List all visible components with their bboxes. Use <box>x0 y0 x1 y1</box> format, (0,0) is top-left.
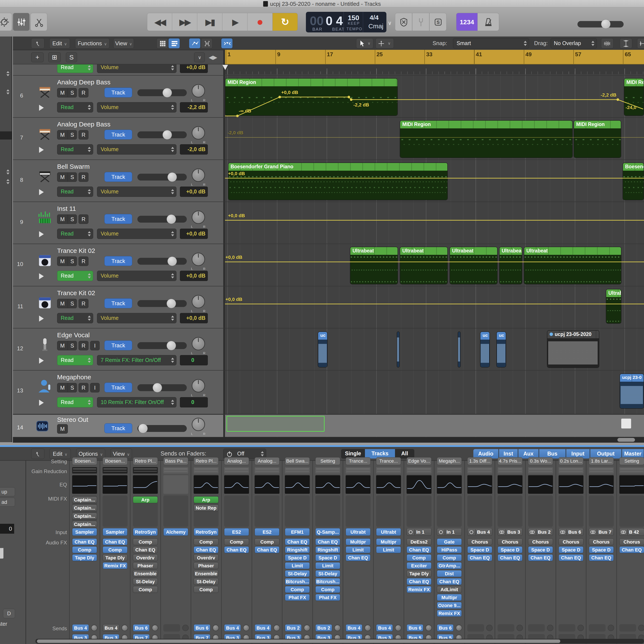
audio-fx-button[interactable]: Phaser <box>194 562 219 569</box>
volume-slider[interactable] <box>137 384 187 391</box>
strip-eq-thumbnail[interactable] <box>133 475 158 494</box>
count-in-button[interactable]: 1234 <box>456 13 478 31</box>
strip-eq-thumbnail[interactable] <box>619 475 644 494</box>
volume-slider[interactable] <box>137 174 187 181</box>
volume-slider-thumb[interactable] <box>167 172 177 182</box>
m-button[interactable]: M <box>57 88 68 97</box>
s-button[interactable]: S <box>68 88 77 97</box>
expand-icon[interactable] <box>39 231 44 237</box>
volume-slider[interactable] <box>137 425 187 432</box>
automation-param-dropdown[interactable]: Volume <box>97 313 176 323</box>
midi-fx-button[interactable]: Captain... <box>72 521 97 528</box>
send-knob[interactable] <box>304 625 310 631</box>
audio-fx-button[interactable]: Chan EQ <box>103 538 128 545</box>
automation-mode-dropdown[interactable]: Read <box>57 271 93 281</box>
audio-fx-button[interactable]: Remix FX <box>103 562 128 569</box>
mixer-button[interactable] <box>13 13 30 31</box>
audio-fx-button[interactable]: Chorus <box>559 538 583 545</box>
s-button[interactable]: S <box>68 172 77 182</box>
strip-input-button[interactable]: Ultrabt <box>346 528 371 536</box>
audio-fx-button[interactable]: Multipr <box>437 594 462 601</box>
strip-input-button[interactable]: Sampler <box>72 528 97 536</box>
audio-fx-button[interactable]: St-Delay <box>133 578 158 585</box>
strip-input-button[interactable]: RetroSyn <box>194 528 219 536</box>
automation-mode-dropdown[interactable]: Read <box>57 64 93 73</box>
flex-button[interactable] <box>201 38 213 49</box>
region-sliver[interactable] <box>458 331 461 368</box>
audio-fx-button[interactable]: Space D <box>589 546 614 553</box>
strip-eq-thumbnail[interactable] <box>498 475 522 494</box>
strip-setting-button[interactable]: Bass Pa... <box>163 457 188 465</box>
stereo-lane-square[interactable] <box>621 419 631 428</box>
read-button-cut[interactable]: ad <box>0 498 15 507</box>
strip-input-button[interactable]: Bus 6 <box>559 528 583 536</box>
strip-setting-button[interactable]: Setting <box>315 457 340 465</box>
track-onoff-button[interactable]: Track <box>104 88 132 97</box>
send-knob[interactable] <box>243 625 249 631</box>
track-onoff-button[interactable]: Track <box>104 214 132 224</box>
horizontal-zoom-button[interactable] <box>637 38 644 49</box>
audio-fx-button[interactable]: Space D <box>559 546 583 553</box>
audio-fx-button[interactable]: Exciter <box>407 562 431 569</box>
audio-fx-button[interactable]: Comp <box>407 554 431 561</box>
volume-slider-thumb[interactable] <box>167 341 176 350</box>
audio-fx-button[interactable]: Multipr <box>346 538 371 545</box>
strip-setting-button[interactable]: 1.8s Lar... <box>589 457 614 465</box>
strip-eq-thumbnail[interactable] <box>163 475 188 494</box>
audio-fx-button[interactable]: Chan EQ <box>407 546 431 553</box>
automation-mode-dropdown[interactable]: Read <box>57 144 93 155</box>
audio-fx-button[interactable]: Chan EQ <box>133 546 158 553</box>
strip-input-button[interactable]: Bus 2 <box>528 528 553 536</box>
audio-fx-button[interactable]: Limit <box>285 562 310 569</box>
audio-fx-button[interactable]: Chan EQ <box>528 554 553 561</box>
track-onoff-button[interactable]: Track <box>104 256 132 266</box>
strip-input-button[interactable]: Alchemy <box>163 528 188 536</box>
drag-dropdown[interactable]: No Overlap <box>551 38 597 49</box>
stepper-icon[interactable] <box>6 89 9 95</box>
region-uc[interactable]: uc <box>496 331 506 368</box>
audio-fx-button[interactable]: Dist <box>437 570 462 577</box>
region-uc[interactable]: uc <box>318 331 328 368</box>
cycle-button[interactable]: ↻ <box>273 13 298 31</box>
master-volume-thumb[interactable] <box>601 19 611 29</box>
audio-fx-button[interactable]: Chorus <box>589 538 614 545</box>
strip-input-button[interactable]: In 1 <box>407 528 431 536</box>
volume-slider-thumb[interactable] <box>138 424 148 433</box>
audio-fx-button[interactable]: Remix FX <box>407 586 431 593</box>
midi-fx-button[interactable]: Note Rep <box>194 504 219 511</box>
audio-fx-button[interactable]: Remix FX <box>437 610 462 617</box>
s-button[interactable]: S <box>68 214 77 224</box>
track-onoff-button[interactable]: Track <box>104 298 132 308</box>
s-button[interactable]: S <box>68 299 77 308</box>
audio-fx-button[interactable]: Chan EQ <box>72 538 97 545</box>
pan-knob[interactable] <box>192 211 205 224</box>
audio-fx-button[interactable]: Overdrv <box>194 554 219 561</box>
audio-fx-button[interactable]: HiPass <box>437 546 462 553</box>
tracks-menu-view[interactable]: View∨ <box>113 38 134 49</box>
audio-fx-button[interactable]: Chan EQ <box>285 538 310 545</box>
metronome-button[interactable] <box>478 13 499 31</box>
stepper-icon[interactable] <box>6 179 9 184</box>
send-button[interactable]: Bus 4 <box>103 624 119 632</box>
expand-icon[interactable] <box>39 358 44 364</box>
tracks-menu-edit[interactable]: Edit∨ <box>49 38 70 49</box>
audio-fx-button[interactable]: Comp <box>194 586 219 593</box>
strip-setting-button[interactable]: Boesen... <box>72 457 97 465</box>
track-onoff-button[interactable]: Track <box>104 423 132 433</box>
automation-param-dropdown[interactable]: Volume <box>97 229 176 239</box>
send-button[interactable]: Bus 4 <box>72 624 89 632</box>
strip-setting-button[interactable]: 0.2s Lon... <box>559 457 583 465</box>
track-header-8[interactable]: 8Bell SwarmMSRTrackLRReadVolume+0,0 dB <box>13 160 223 202</box>
mixer-back-button[interactable] <box>31 449 44 459</box>
volume-slider-thumb[interactable] <box>167 299 176 308</box>
send-knob[interactable] <box>91 625 97 631</box>
audio-fx-button[interactable]: AdLimit <box>437 586 462 593</box>
audio-fx-button[interactable]: Chan EQ <box>255 546 279 553</box>
solo-mode-button[interactable]: S <box>429 13 447 31</box>
region-Ultrab[interactable]: Ultrab <box>606 289 621 324</box>
audio-fx-button[interactable]: Comp <box>194 538 219 545</box>
expand-icon[interactable] <box>39 105 44 111</box>
pan-knob[interactable] <box>192 126 205 140</box>
track-header-11[interactable]: 11Trance Kit 02MSRTrackLRReadVolume+0,0 … <box>13 286 223 328</box>
midi-fx-button[interactable]: Captain... <box>72 496 97 503</box>
